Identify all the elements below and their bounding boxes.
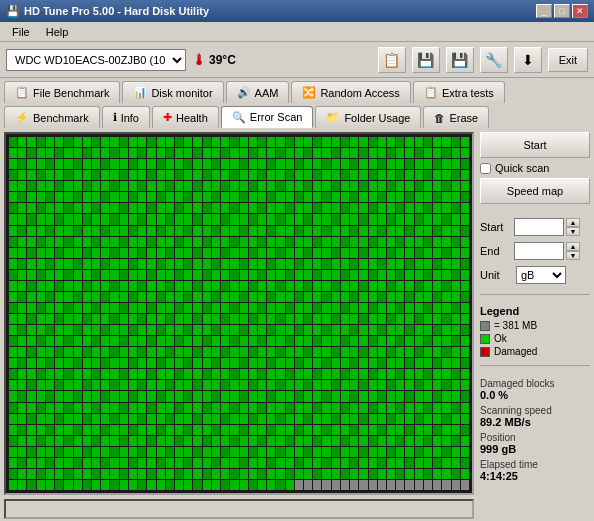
grid-cell [258,403,266,413]
start-button[interactable]: Start [480,132,590,158]
grid-cell [18,391,26,401]
grid-cell [322,314,330,324]
toolbar-button-3[interactable]: 💾 [446,47,474,73]
grid-cell [322,469,330,479]
speed-map-button[interactable]: Speed map [480,178,590,204]
start-up-button[interactable]: ▲ [566,218,580,227]
toolbar-button-4[interactable]: 🔧 [480,47,508,73]
grid-cell [110,358,118,368]
grid-cell [249,270,257,280]
grid-cell [286,436,294,446]
minimize-button[interactable]: _ [536,4,552,18]
tab-benchmark[interactable]: ⚡ Benchmark [4,106,100,128]
tab-folder-usage[interactable]: 📁 Folder Usage [315,106,421,128]
tab-random-access[interactable]: 🔀 Random Access [291,81,410,103]
grid-cell [18,237,26,247]
grid-cell [120,403,128,413]
grid-cell [295,270,303,280]
legend-ok-label: Ok [494,333,507,344]
close-button[interactable]: ✕ [572,4,588,18]
grid-cell [359,336,367,346]
tab-health[interactable]: ✚ Health [152,106,219,128]
grid-cell [341,403,349,413]
grid-cell [110,414,118,424]
grid-cell [276,380,284,390]
grid-cell [147,292,155,302]
grid-cell [405,148,413,158]
tab-error-scan[interactable]: 🔍 Error Scan [221,106,314,128]
grid-cell [193,148,201,158]
grid-cell [83,181,91,191]
grid-cell [230,458,238,468]
grid-cell [341,469,349,479]
unit-select[interactable]: gB MB [516,266,566,284]
grid-cell [92,214,100,224]
start-input[interactable]: 0 [514,218,564,236]
end-down-button[interactable]: ▼ [566,251,580,260]
grid-cell [157,391,165,401]
grid-cell [378,281,386,291]
grid-cell [350,203,358,213]
grid-cell [18,325,26,335]
health-icon: ✚ [163,111,172,124]
grid-cell [304,181,312,191]
grid-cell [27,203,35,213]
toolbar-button-5[interactable]: ⬇ [514,47,542,73]
menu-file[interactable]: File [4,24,38,40]
grid-cell [369,281,377,291]
grid-cell [27,281,35,291]
quick-scan-checkbox[interactable] [480,163,491,174]
grid-cell [433,469,441,479]
grid-cell [212,192,220,202]
tab-aam[interactable]: 🔊 AAM [226,81,290,103]
grid-cell [387,336,395,346]
exit-button[interactable]: Exit [548,48,588,72]
grid-cell [18,369,26,379]
grid-cell [396,303,404,313]
drive-select[interactable]: WDC WD10EACS-00ZJB0 (1000 gB) [6,49,186,71]
grid-cell [129,436,137,446]
tab-file-benchmark[interactable]: 📋 File Benchmark [4,81,120,103]
grid-cell [83,403,91,413]
grid-cell [415,214,423,224]
grid-cell [92,259,100,269]
toolbar-button-2[interactable]: 💾 [412,47,440,73]
grid-cell [27,137,35,147]
tab-info[interactable]: ℹ Info [102,106,150,128]
tab-erase[interactable]: 🗑 Erase [423,106,489,128]
tab-disk-monitor[interactable]: 📊 Disk monitor [122,81,223,103]
grid-cell [249,181,257,191]
grid-cell [138,192,146,202]
grid-cell [258,226,266,236]
end-input[interactable]: 1000 [514,242,564,260]
scan-area [4,132,474,519]
tab-extra-tests-label: Extra tests [442,87,494,99]
grid-cell [286,259,294,269]
end-up-button[interactable]: ▲ [566,242,580,251]
grid-cell [322,425,330,435]
legend-damaged: Damaged [480,346,590,357]
grid-cell [461,226,469,236]
grid-cell [221,458,229,468]
grid-cell [341,192,349,202]
grid-cell [157,148,165,158]
grid-cell [203,237,211,247]
menu-help[interactable]: Help [38,24,77,40]
grid-cell [166,425,174,435]
grid-cell [313,281,321,291]
grid-cell [203,403,211,413]
start-down-button[interactable]: ▼ [566,227,580,236]
folder-usage-icon: 📁 [326,111,340,124]
toolbar-button-1[interactable]: 📋 [378,47,406,73]
grid-cell [378,226,386,236]
grid-cell [359,181,367,191]
grid-cell [212,159,220,169]
tab-extra-tests[interactable]: 📋 Extra tests [413,81,505,103]
grid-cell [424,414,432,424]
grid-cell [27,436,35,446]
grid-cell [369,447,377,457]
grid-cell [387,380,395,390]
grid-cell [147,480,155,490]
maximize-button[interactable]: □ [554,4,570,18]
grid-cell [46,480,54,490]
